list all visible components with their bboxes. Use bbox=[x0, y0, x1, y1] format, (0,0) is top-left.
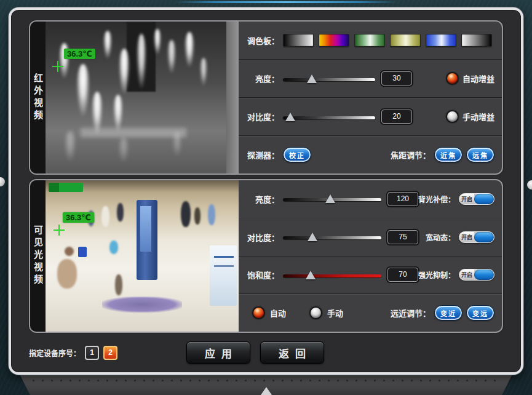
ir-figure bbox=[185, 32, 194, 68]
ir-reflection bbox=[119, 137, 129, 163]
vis-contrast-value[interactable]: 75 bbox=[387, 230, 418, 244]
palette-swatch-yellow-green[interactable] bbox=[390, 34, 421, 47]
manual-mode-radio[interactable] bbox=[309, 306, 322, 319]
vis-saturation-label: 饱和度： bbox=[244, 269, 279, 281]
infrared-video-feed: 36.3℃ bbox=[46, 22, 239, 174]
vis-saturation-slider[interactable] bbox=[283, 269, 381, 281]
highlight-suppress-toggle-state: 开启 bbox=[459, 269, 474, 280]
vis-figure bbox=[115, 274, 122, 295]
manual-gain-label: 手动增益 bbox=[463, 111, 494, 122]
vis-figure bbox=[181, 201, 191, 227]
scene-pillar bbox=[226, 22, 239, 174]
vis-brightness-slider[interactable] bbox=[283, 193, 381, 205]
ir-reflection bbox=[65, 131, 76, 162]
infrared-panel: 红外视频 36.3℃ bbox=[29, 20, 503, 175]
auto-gain-label: 自动增益 bbox=[463, 73, 494, 84]
scene-banner-text bbox=[214, 265, 234, 267]
vis-figure bbox=[109, 241, 118, 254]
device-1-button[interactable]: 1 bbox=[85, 346, 99, 360]
wide-dynamic-toggle-knob[interactable] bbox=[474, 232, 494, 242]
ir-contrast-value[interactable]: 20 bbox=[381, 110, 412, 124]
backlight-toggle-state: 开启 bbox=[459, 194, 474, 204]
scene-kiosk-screen bbox=[140, 206, 151, 252]
highlight-suppress-toggle-knob[interactable] bbox=[474, 269, 494, 280]
vis-figure-foreground bbox=[57, 259, 77, 289]
ir-brightness-track[interactable] bbox=[283, 78, 375, 81]
zoom-far-button[interactable]: 变远 bbox=[466, 305, 494, 321]
device-number-label: 指定设备序号： bbox=[29, 348, 81, 358]
device-2-button[interactable]: 2 bbox=[103, 346, 117, 360]
ir-brightness-value[interactable]: 30 bbox=[381, 71, 412, 86]
back-button[interactable]: 返回 bbox=[260, 341, 324, 364]
far-focus-button[interactable]: 远焦 bbox=[466, 147, 494, 162]
detector-row: 探测器： 校正 焦距调节： 近焦 远焦 bbox=[239, 135, 502, 174]
visible-panel-title: 可见光视频 bbox=[31, 225, 44, 287]
highlight-suppress-toggle[interactable]: 开启 bbox=[459, 269, 494, 281]
left-bezel-dot bbox=[0, 177, 5, 186]
vis-saturation-row: 饱和度： 70 强光抑制： 开启 bbox=[239, 256, 502, 294]
ir-contrast-track[interactable] bbox=[283, 116, 375, 119]
ir-figure bbox=[200, 58, 207, 86]
manual-gain-radio[interactable] bbox=[446, 110, 459, 123]
ir-contrast-thumb[interactable] bbox=[285, 113, 295, 121]
vis-figure bbox=[101, 206, 109, 227]
ir-figure bbox=[154, 29, 161, 55]
vis-saturation-value[interactable]: 70 bbox=[387, 268, 418, 282]
near-focus-button[interactable]: 近焦 bbox=[434, 147, 463, 162]
visible-video-feed: 36.3℃ bbox=[46, 180, 239, 332]
vis-figure-head bbox=[65, 247, 74, 256]
wide-dynamic-toggle-state: 开启 bbox=[459, 232, 474, 242]
palette-row: 调色板： bbox=[239, 22, 502, 59]
auto-mode-radio[interactable] bbox=[252, 306, 265, 319]
ir-figure bbox=[137, 34, 146, 89]
backlight-compensation-toggle[interactable]: 开启 bbox=[459, 193, 494, 205]
vis-saturation-track[interactable] bbox=[283, 274, 381, 277]
footer-bar: 指定设备序号： 1 2 应用 返回 bbox=[29, 338, 503, 367]
infrared-controls: 调色板： 亮度： 30 bbox=[239, 22, 502, 174]
vis-figure bbox=[208, 204, 215, 225]
vis-figure bbox=[117, 203, 124, 221]
auto-mode-label: 自动 bbox=[270, 307, 286, 319]
palette-swatch-iron[interactable] bbox=[319, 34, 349, 47]
vis-brightness-row: 亮度： 120 背光补偿： 开启 bbox=[239, 180, 502, 218]
temperature-overlay: 36.3℃ bbox=[63, 212, 94, 223]
palette-swatch-white-hot[interactable] bbox=[283, 34, 314, 47]
scene-banner-text bbox=[214, 256, 234, 258]
backlight-compensation-label: 背光补偿： bbox=[418, 194, 455, 204]
vis-contrast-track[interactable] bbox=[283, 236, 381, 239]
infrared-panel-title-strip: 红外视频 bbox=[30, 22, 46, 174]
auto-gain-radio[interactable] bbox=[446, 72, 459, 85]
palette-swatch-green[interactable] bbox=[354, 34, 385, 47]
calibrate-button[interactable]: 校正 bbox=[283, 147, 311, 162]
palette-swatch-black-hot[interactable] bbox=[461, 34, 492, 47]
apply-button[interactable]: 应用 bbox=[186, 341, 250, 364]
wide-dynamic-label: 宽动态： bbox=[426, 232, 455, 242]
ir-brightness-thumb[interactable] bbox=[307, 74, 317, 83]
crosshair-icon bbox=[52, 61, 63, 72]
scene-floor-mat bbox=[102, 297, 182, 313]
highlight-suppress-label: 强光抑制： bbox=[418, 269, 455, 280]
ir-brightness-label: 亮度： bbox=[244, 73, 279, 84]
zoom-near-button[interactable]: 变近 bbox=[434, 305, 463, 321]
ir-contrast-slider[interactable] bbox=[283, 111, 375, 123]
vis-contrast-slider[interactable] bbox=[283, 231, 381, 243]
ir-brightness-slider[interactable] bbox=[283, 73, 375, 85]
top-accent-light bbox=[174, 1, 399, 3]
vis-contrast-thumb[interactable] bbox=[308, 233, 317, 241]
ir-figure bbox=[167, 40, 176, 74]
wide-dynamic-toggle[interactable]: 开启 bbox=[459, 231, 494, 243]
backlight-toggle-knob[interactable] bbox=[474, 194, 494, 204]
vis-brightness-thumb[interactable] bbox=[325, 194, 335, 203]
visible-light-panel: 可见光视频 36.3℃ bbox=[29, 179, 503, 333]
palette-swatch-blue[interactable] bbox=[426, 34, 456, 47]
monitor-stand bbox=[12, 375, 520, 395]
vis-brightness-value[interactable]: 120 bbox=[387, 192, 418, 206]
visible-controls: 亮度： 120 背光补偿： 开启 对比度： bbox=[239, 180, 502, 332]
zoom-adjust-label: 远近调节： bbox=[391, 307, 431, 319]
ir-contrast-label: 对比度： bbox=[244, 111, 279, 122]
detector-label: 探测器： bbox=[244, 149, 279, 161]
manual-mode-label: 手动 bbox=[327, 307, 343, 319]
focus-adjust-label: 焦距调节： bbox=[391, 149, 431, 161]
vis-saturation-thumb[interactable] bbox=[306, 271, 316, 279]
screen-background: 红外视频 36.3℃ bbox=[0, 0, 532, 395]
